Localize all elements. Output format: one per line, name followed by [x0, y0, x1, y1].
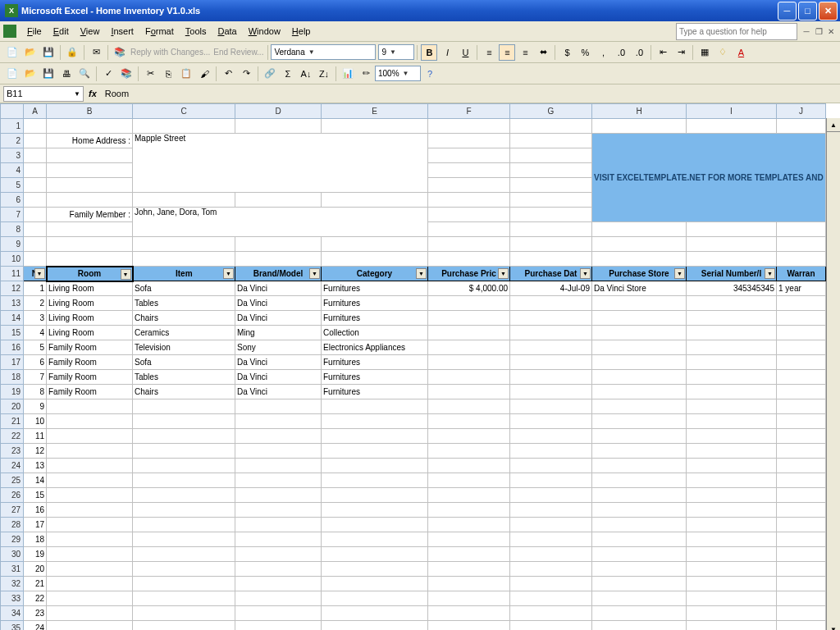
cell[interactable] — [133, 518, 235, 532]
cell-warranty[interactable] — [777, 326, 826, 340]
family-value[interactable]: John, Jane, Dora, Tom — [133, 208, 428, 237]
cell-category[interactable]: Furnitures — [322, 355, 428, 370]
cell-date[interactable] — [510, 385, 592, 399]
cell[interactable] — [777, 444, 826, 459]
cell[interactable] — [428, 518, 510, 532]
cell[interactable]: 19 — [24, 547, 47, 562]
cell-category[interactable]: Electronics Appliances — [322, 340, 428, 355]
cell-brand[interactable]: Da Vinci — [235, 385, 322, 399]
decrease-indent-icon[interactable]: ⇤ — [655, 44, 671, 61]
close-button[interactable]: ✕ — [819, 2, 838, 21]
cell[interactable] — [510, 606, 592, 621]
cell[interactable] — [235, 429, 322, 444]
cell[interactable] — [592, 429, 687, 444]
cell[interactable] — [510, 547, 592, 562]
currency-icon[interactable]: $ — [559, 44, 575, 61]
row-header[interactable]: 14 — [1, 311, 24, 326]
cell[interactable] — [428, 488, 510, 503]
col-header[interactable]: E — [322, 104, 428, 119]
cell-brand[interactable]: Da Vinci — [235, 296, 322, 311]
cell-item[interactable]: Chairs — [133, 385, 235, 399]
sort-desc-icon[interactable]: Z↓ — [316, 66, 332, 82]
cell-serial[interactable]: 345345345 — [687, 281, 777, 296]
save2-icon[interactable]: 💾 — [40, 66, 57, 82]
cell-item[interactable]: Chairs — [133, 311, 235, 326]
cell-room[interactable]: Living Room — [47, 326, 133, 340]
autosum-icon[interactable]: Σ — [280, 66, 296, 82]
cell[interactable] — [777, 562, 826, 577]
cell[interactable] — [777, 591, 826, 606]
row-header[interactable]: 34 — [1, 606, 24, 621]
menu-insert[interactable]: Insert — [105, 25, 139, 38]
cell-price[interactable] — [428, 355, 510, 370]
cell[interactable] — [687, 473, 777, 488]
cell[interactable] — [322, 429, 428, 444]
cell[interactable] — [428, 399, 510, 414]
cell[interactable] — [235, 577, 322, 591]
filter-dropdown-icon[interactable]: ▼ — [34, 268, 45, 279]
filter-date[interactable]: Purchase DatePurchase Dat▼ — [510, 267, 592, 281]
row-header[interactable]: 3 — [1, 148, 24, 163]
cell-date[interactable] — [510, 311, 592, 326]
cell[interactable] — [133, 399, 235, 414]
cell[interactable] — [428, 459, 510, 473]
cell-category[interactable]: Furnitures — [322, 385, 428, 399]
copy-icon[interactable]: ⎘ — [160, 66, 176, 82]
row-header[interactable]: 26 — [1, 488, 24, 503]
cell[interactable] — [133, 444, 235, 459]
row-header[interactable]: 23 — [1, 444, 24, 459]
row-header[interactable]: 22 — [1, 429, 24, 444]
promo-banner[interactable]: VISIT EXCELTEMPLATE.NET FOR MORE TEMPLAT… — [592, 134, 826, 222]
cell[interactable] — [592, 591, 687, 606]
row-header[interactable]: 25 — [1, 473, 24, 488]
paste-icon[interactable]: 📋 — [178, 66, 194, 82]
cell-store[interactable] — [592, 311, 687, 326]
cell[interactable] — [428, 577, 510, 591]
col-header[interactable]: J — [777, 104, 826, 119]
mail-icon[interactable]: ✉ — [88, 44, 104, 61]
cell-price[interactable] — [428, 385, 510, 399]
cell-date[interactable] — [510, 355, 592, 370]
menu-window[interactable]: Window — [243, 25, 286, 38]
cell-price[interactable] — [428, 370, 510, 385]
col-header[interactable]: D — [235, 104, 322, 119]
menu-file[interactable]: FFileile — [21, 25, 48, 38]
new-blank-icon[interactable]: 📄 — [4, 66, 21, 82]
cell[interactable] — [592, 414, 687, 429]
cell[interactable] — [510, 488, 592, 503]
row-header[interactable]: 29 — [1, 532, 24, 547]
italic-icon[interactable]: I — [439, 44, 455, 61]
row-header[interactable]: 2 — [1, 134, 24, 148]
cell[interactable]: 15 — [24, 488, 47, 503]
cell-item[interactable]: Ceramics — [133, 326, 235, 340]
cell[interactable] — [322, 459, 428, 473]
cell-category[interactable]: Furnitures — [322, 370, 428, 385]
cell[interactable]: 23 — [24, 606, 47, 621]
cell-category[interactable]: Furnitures — [322, 281, 428, 296]
cell[interactable] — [592, 488, 687, 503]
row-header[interactable]: 20 — [1, 399, 24, 414]
cell[interactable] — [687, 532, 777, 547]
cell[interactable] — [133, 488, 235, 503]
cell-room[interactable]: Family Room — [47, 340, 133, 355]
sort-asc-icon[interactable]: A↓ — [298, 66, 314, 82]
cell[interactable] — [235, 444, 322, 459]
research-icon[interactable]: 📚 — [112, 44, 128, 61]
cell[interactable] — [510, 429, 592, 444]
row-header[interactable]: 30 — [1, 547, 24, 562]
cell[interactable] — [510, 414, 592, 429]
row-header[interactable]: 13 — [1, 296, 24, 311]
row-header[interactable]: 21 — [1, 414, 24, 429]
cell[interactable] — [47, 503, 133, 518]
menu-help[interactable]: Help — [286, 25, 317, 38]
row-header[interactable]: 8 — [1, 222, 24, 237]
cell-store[interactable] — [592, 340, 687, 355]
filter-dropdown-icon[interactable]: ▼ — [674, 268, 685, 279]
cell-date[interactable] — [510, 326, 592, 340]
cell-brand[interactable]: Da Vinci — [235, 370, 322, 385]
filter-store[interactable]: Purchase Store▼ — [592, 267, 687, 281]
cell[interactable] — [510, 577, 592, 591]
cell[interactable] — [510, 444, 592, 459]
cell[interactable]: 17 — [24, 518, 47, 532]
cell[interactable] — [428, 473, 510, 488]
